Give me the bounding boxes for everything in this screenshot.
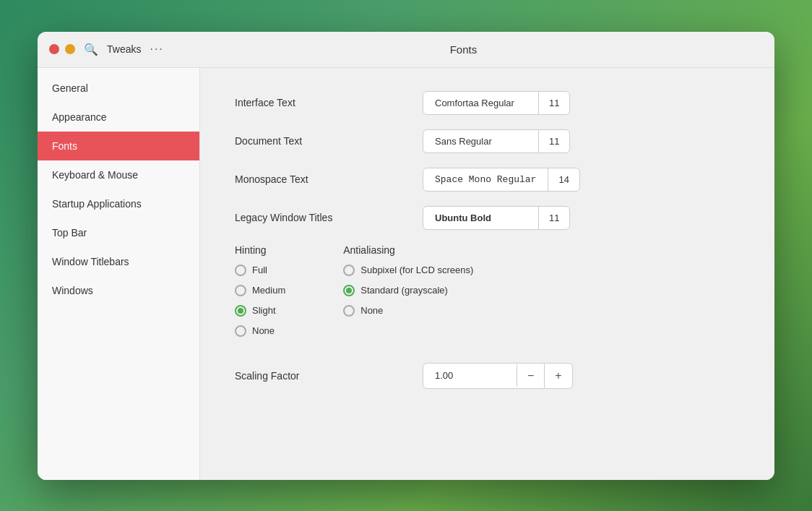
- scaling-row: Scaling Factor 1.00 − +: [235, 363, 740, 389]
- hinting-slight-radio[interactable]: [235, 305, 246, 317]
- document-text-label: Document Text: [235, 135, 423, 147]
- scaling-label: Scaling Factor: [235, 370, 423, 382]
- titlebar-left: 🔍 Tweaks ···: [49, 43, 164, 56]
- interface-text-label: Interface Text: [235, 97, 423, 108]
- titlebar-center: Fonts: [164, 43, 763, 56]
- antialiasing-standard-radio-inner: [346, 288, 352, 293]
- document-text-font: Sans Regular: [423, 130, 539, 153]
- monospace-text-size: 14: [548, 168, 579, 191]
- interface-text-control[interactable]: Comfortaa Regular 11: [423, 91, 570, 115]
- legacy-window-titles-row: Legacy Window Titles Ubuntu Bold 11: [235, 206, 740, 230]
- minimize-button[interactable]: [65, 44, 75, 54]
- scaling-increment-button[interactable]: +: [545, 364, 571, 388]
- sidebar-item-fonts[interactable]: Fonts: [38, 132, 199, 160]
- hinting-slight[interactable]: Slight: [235, 302, 285, 319]
- monospace-text-control[interactable]: Space Mono Regular 14: [423, 168, 580, 192]
- sidebar-item-top-bar[interactable]: Top Bar: [38, 218, 199, 247]
- monospace-text-font: Space Mono Regular: [423, 168, 548, 191]
- interface-text-row: Interface Text Comfortaa Regular 11: [235, 91, 740, 115]
- antialiasing-standard[interactable]: Standard (grayscale): [343, 282, 473, 299]
- antialiasing-none[interactable]: None: [343, 302, 473, 319]
- interface-text-font: Comfortaa Regular: [423, 92, 539, 114]
- legacy-window-titles-label: Legacy Window Titles: [235, 212, 423, 223]
- antialiasing-group: Antialiasing Subpixel (for LCD screens) …: [343, 244, 473, 340]
- interface-text-size: 11: [539, 92, 569, 114]
- options-section: Hinting Full Medium: [235, 244, 740, 340]
- antialiasing-standard-radio[interactable]: [343, 285, 355, 296]
- monospace-text-row: Monospace Text Space Mono Regular 14: [235, 168, 740, 192]
- sidebar-item-general[interactable]: General: [38, 74, 199, 103]
- scaling-value: 1.00: [423, 364, 517, 387]
- hinting-group: Hinting Full Medium: [235, 244, 285, 340]
- hinting-label: Hinting: [235, 244, 285, 256]
- app-name: Tweaks: [107, 43, 141, 55]
- close-button[interactable]: [49, 44, 59, 54]
- content-area: General Appearance Fonts Keyboard & Mous…: [38, 68, 774, 480]
- scaling-control: 1.00 − +: [423, 363, 573, 389]
- legacy-window-titles-control[interactable]: Ubuntu Bold 11: [423, 206, 570, 230]
- hinting-none-radio[interactable]: [235, 325, 246, 337]
- hinting-none[interactable]: None: [235, 322, 285, 340]
- legacy-window-titles-size: 11: [539, 207, 569, 229]
- hinting-slight-radio-inner: [238, 308, 243, 314]
- sidebar-item-startup-applications[interactable]: Startup Applications: [38, 189, 199, 218]
- hinting-full[interactable]: Full: [235, 262, 285, 279]
- sidebar: General Appearance Fonts Keyboard & Mous…: [38, 68, 200, 480]
- page-title: Fonts: [450, 43, 478, 56]
- monospace-text-label: Monospace Text: [235, 173, 423, 185]
- legacy-window-titles-font: Ubuntu Bold: [423, 207, 539, 229]
- document-text-control[interactable]: Sans Regular 11: [423, 129, 570, 153]
- antialiasing-options: Subpixel (for LCD screens) Standard (gra…: [343, 262, 473, 319]
- sidebar-item-window-titlebars[interactable]: Window Titlebars: [38, 247, 199, 276]
- document-text-row: Document Text Sans Regular 11: [235, 129, 740, 153]
- hinting-full-radio[interactable]: [235, 265, 246, 276]
- antialiasing-subpixel[interactable]: Subpixel (for LCD screens): [343, 262, 473, 279]
- main-window: 🔍 Tweaks ··· Fonts General Appearance Fo…: [38, 32, 774, 480]
- document-text-size: 11: [539, 130, 569, 153]
- scaling-decrement-button[interactable]: −: [517, 364, 545, 388]
- search-button[interactable]: 🔍: [84, 43, 98, 56]
- antialiasing-subpixel-radio[interactable]: [343, 265, 355, 276]
- antialiasing-label: Antialiasing: [343, 244, 473, 256]
- titlebar: 🔍 Tweaks ··· Fonts: [38, 32, 774, 68]
- hinting-medium-radio[interactable]: [235, 285, 246, 296]
- main-content: Interface Text Comfortaa Regular 11 Docu…: [200, 68, 774, 480]
- hinting-options: Full Medium Slight: [235, 262, 285, 340]
- window-controls: [49, 44, 75, 54]
- menu-button[interactable]: ···: [150, 43, 163, 56]
- sidebar-item-windows[interactable]: Windows: [38, 276, 199, 305]
- sidebar-item-keyboard-mouse[interactable]: Keyboard & Mouse: [38, 160, 199, 189]
- hinting-medium[interactable]: Medium: [235, 282, 285, 299]
- sidebar-item-appearance[interactable]: Appearance: [38, 103, 199, 132]
- antialiasing-none-radio[interactable]: [343, 305, 355, 317]
